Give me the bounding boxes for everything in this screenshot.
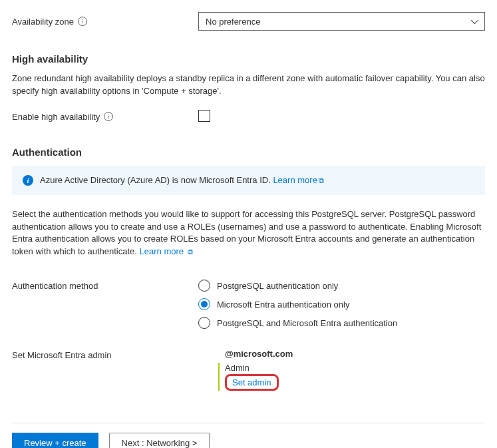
radio-entra-only-label: Microsoft Entra authentication only xyxy=(217,300,349,310)
set-admin-row: Set Microsoft Entra admin @microsoft.com… xyxy=(12,349,485,391)
set-admin-label: Set Microsoft Entra admin xyxy=(12,349,198,360)
set-admin-label-text: Set Microsoft Entra admin xyxy=(12,350,112,360)
radio-icon xyxy=(198,280,210,292)
next-networking-button[interactable]: Next : Networking > xyxy=(109,433,210,448)
radio-entra-only[interactable]: Microsoft Entra authentication only xyxy=(198,298,485,310)
banner-text: Azure Active Directory (Azure AD) is now… xyxy=(40,175,273,185)
enable-ha-row: Enable high availability i xyxy=(12,110,485,124)
authentication-description: Select the authentication methods you wo… xyxy=(12,208,485,258)
admin-user: @microsoft.com xyxy=(198,349,485,359)
set-admin-highlight: Set admin xyxy=(225,374,279,391)
set-admin-value: @microsoft.com Admin Set admin xyxy=(198,349,485,391)
availability-zone-label: Availability zone i xyxy=(12,17,198,27)
availability-zone-row: Availability zone i No preference xyxy=(12,12,485,31)
auth-learn-more-text: Learn more xyxy=(140,246,184,256)
high-availability-heading: High availability xyxy=(12,53,485,65)
admin-block: Admin Set admin xyxy=(218,363,485,391)
radio-postgres-only[interactable]: PostgreSQL authentication only xyxy=(198,280,485,292)
admin-role: Admin xyxy=(225,363,485,373)
footer: Review + create Next : Networking > xyxy=(12,423,485,448)
availability-zone-value: No preference xyxy=(206,17,260,27)
enable-ha-input-col xyxy=(198,110,485,124)
enable-ha-label-text: Enable high availability xyxy=(12,112,100,122)
availability-zone-label-text: Availability zone xyxy=(12,17,74,27)
enable-ha-label: Enable high availability i xyxy=(12,112,198,122)
radio-icon xyxy=(198,298,210,310)
banner-learn-more-text: Learn more xyxy=(273,175,317,185)
high-availability-description: Zone redundant high availability deploys… xyxy=(12,73,485,98)
external-link-icon: ⧉ xyxy=(188,247,193,258)
external-link-icon: ⧉ xyxy=(319,176,324,185)
set-admin-link[interactable]: Set admin xyxy=(232,377,271,387)
authentication-heading: Authentication xyxy=(12,146,485,158)
chevron-down-icon xyxy=(470,17,478,25)
banner-learn-more-link[interactable]: Learn more⧉ xyxy=(273,175,323,185)
auth-method-options: PostgreSQL authentication only Microsoft… xyxy=(198,280,485,329)
review-create-button[interactable]: Review + create xyxy=(12,433,98,448)
entra-info-banner: i Azure Active Directory (Azure AD) is n… xyxy=(12,166,485,195)
enable-ha-checkbox[interactable] xyxy=(198,110,210,122)
auth-method-label-text: Authentication method xyxy=(12,281,98,291)
info-icon[interactable]: i xyxy=(104,112,113,121)
radio-both[interactable]: PostgreSQL and Microsoft Entra authentic… xyxy=(198,317,485,329)
availability-zone-input-col: No preference xyxy=(198,12,485,31)
auth-desc-text: Select the authentication methods you wo… xyxy=(12,209,481,257)
auth-method-label: Authentication method xyxy=(12,280,198,291)
availability-zone-select[interactable]: No preference xyxy=(198,12,485,31)
auth-method-row: Authentication method PostgreSQL authent… xyxy=(12,280,485,329)
banner-text-container: Azure Active Directory (Azure AD) is now… xyxy=(40,175,324,185)
info-icon: i xyxy=(23,175,33,186)
radio-postgres-only-label: PostgreSQL authentication only xyxy=(217,281,338,291)
radio-both-label: PostgreSQL and Microsoft Entra authentic… xyxy=(217,318,397,328)
info-icon[interactable]: i xyxy=(78,17,87,26)
auth-learn-more-link[interactable]: Learn more ⧉ xyxy=(140,246,193,256)
auth-method-radio-group: PostgreSQL authentication only Microsoft… xyxy=(198,280,485,329)
radio-icon xyxy=(198,317,210,329)
